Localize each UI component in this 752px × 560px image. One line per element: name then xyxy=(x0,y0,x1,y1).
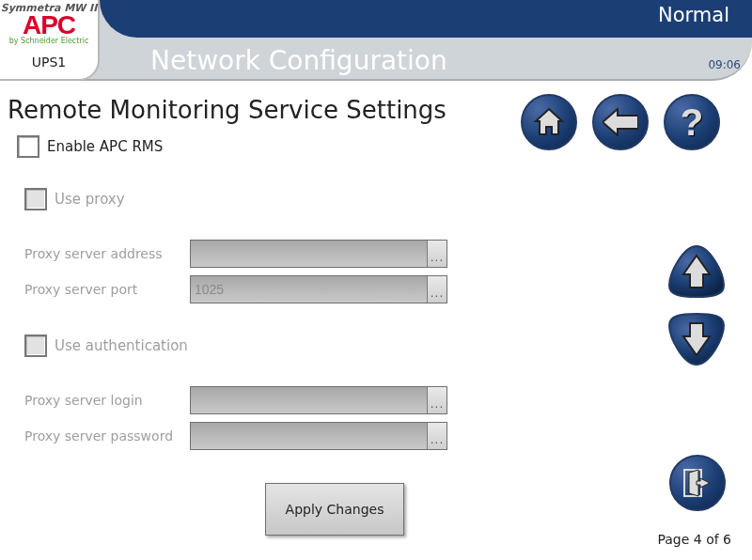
proxy-address-row: Proxy server address ... xyxy=(24,239,639,269)
home-icon xyxy=(533,106,565,138)
use-proxy-label: Use proxy xyxy=(55,191,125,208)
proxy-login-row: Proxy server login ... xyxy=(24,385,639,415)
use-proxy-row: Use proxy xyxy=(24,188,639,210)
ups-name: UPS1 xyxy=(0,54,98,70)
proxy-login-picker: ... xyxy=(427,387,447,413)
help-button[interactable]: ? xyxy=(664,94,720,150)
proxy-address-picker: ... xyxy=(427,241,447,267)
exit-button[interactable] xyxy=(669,455,726,511)
page-down-button[interactable] xyxy=(667,312,726,366)
enable-rms-row: Enable APC RMS xyxy=(17,135,639,158)
proxy-port-row: Proxy server port ... xyxy=(24,274,639,304)
proxy-address-field: ... xyxy=(190,240,447,268)
proxy-password-field: ... xyxy=(190,422,447,450)
page-down-paddle-icon xyxy=(667,312,726,366)
svg-marker-1 xyxy=(603,109,638,135)
use-auth-row: Use authentication xyxy=(24,334,639,357)
use-auth-label: Use authentication xyxy=(55,337,188,354)
brand-logo-text: APC xyxy=(0,12,98,39)
proxy-login-input xyxy=(195,387,425,413)
page-up-paddle-icon xyxy=(667,244,726,299)
clock: 09:06 xyxy=(708,58,741,71)
enable-rms-checkbox[interactable] xyxy=(17,135,39,158)
proxy-address-label: Proxy server address xyxy=(24,246,190,261)
proxy-port-input xyxy=(195,276,425,303)
use-proxy-checkbox xyxy=(24,188,47,210)
header-blue-band: Normal xyxy=(100,0,752,38)
page-indicator: Page 4 of 6 xyxy=(657,532,731,547)
svg-marker-0 xyxy=(536,109,562,134)
proxy-port-field: ... xyxy=(190,275,447,303)
proxy-password-picker: ... xyxy=(427,423,447,449)
use-auth-checkbox xyxy=(24,334,47,357)
enable-rms-label: Enable APC RMS xyxy=(47,138,163,155)
proxy-login-field: ... xyxy=(190,386,447,414)
help-icon: ? xyxy=(681,103,703,141)
system-status: Normal xyxy=(658,4,729,26)
proxy-port-label: Proxy server port xyxy=(24,282,190,297)
logo-block: Symmetra MW II APC by Schneider Electric… xyxy=(0,0,100,81)
proxy-password-row: Proxy server password ... xyxy=(24,421,639,451)
proxy-address-input xyxy=(195,241,425,267)
schneider-tagline: by Schneider Electric xyxy=(0,37,98,45)
proxy-port-picker: ... xyxy=(427,276,447,303)
exit-icon xyxy=(682,467,713,499)
apply-changes-label: Apply Changes xyxy=(286,502,384,517)
back-arrow-icon xyxy=(603,108,638,136)
page-up-button[interactable] xyxy=(667,244,726,299)
proxy-login-label: Proxy server login xyxy=(24,393,190,408)
proxy-password-label: Proxy server password xyxy=(24,428,190,443)
main-content: Remote Monitoring Service Settings ? xyxy=(0,81,752,560)
app-header: Symmetra MW II APC by Schneider Electric… xyxy=(0,0,752,81)
apply-changes-button[interactable]: Apply Changes xyxy=(265,483,404,536)
page-header-title: Network Configuration xyxy=(150,45,447,76)
rms-form: Enable APC RMS Use proxy Proxy server ad… xyxy=(17,135,639,457)
proxy-password-input xyxy=(195,423,425,449)
page-title: Remote Monitoring Service Settings xyxy=(8,96,446,124)
